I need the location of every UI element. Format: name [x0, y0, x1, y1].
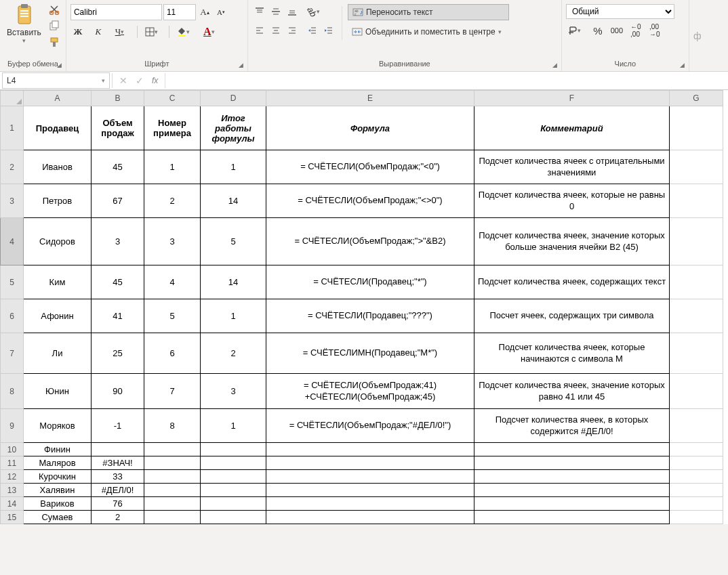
align-middle-button[interactable]	[268, 4, 283, 19]
merge-center-button[interactable]: Объединить и поместить в центре ▾	[348, 24, 509, 39]
row-header[interactable]: 5	[1, 265, 24, 299]
percent-button[interactable]: %	[590, 23, 605, 38]
row-header[interactable]: 15	[1, 511, 24, 524]
svg-rect-8	[52, 21, 58, 28]
group-alignment: ab▾ abc Переносить текст	[248, 0, 562, 71]
bold-button[interactable]: Ж	[70, 24, 85, 39]
name-box[interactable]: L4▾	[2, 72, 110, 89]
svg-rect-9	[51, 38, 58, 42]
formula-input[interactable]	[165, 73, 728, 88]
svg-rect-3	[20, 13, 28, 14]
decrease-font-button[interactable]: A▾	[214, 5, 228, 20]
decrease-indent-button[interactable]	[305, 23, 320, 38]
align-center-button[interactable]	[268, 23, 283, 38]
col-header[interactable]: D	[201, 91, 266, 106]
wrap-text-label: Переносить текст	[366, 7, 433, 17]
row-header[interactable]: 3	[1, 184, 24, 218]
svg-rect-14	[178, 35, 185, 37]
thousands-button[interactable]: 000	[609, 23, 624, 38]
cut-button[interactable]	[47, 2, 62, 17]
col-header[interactable]: C	[144, 91, 201, 106]
row-header[interactable]: 4	[1, 218, 24, 265]
borders-button[interactable]: ▾	[143, 24, 163, 39]
col-header[interactable]: E	[266, 91, 474, 106]
cancel-icon[interactable]: ✕	[119, 75, 127, 86]
number-launcher-icon[interactable]: ◢	[678, 60, 687, 70]
svg-rect-1	[21, 4, 28, 8]
row-header[interactable]: 9	[1, 409, 24, 443]
row-header[interactable]: 10	[1, 443, 24, 456]
merge-label: Объединить и поместить в центре	[365, 27, 496, 37]
align-left-button[interactable]	[252, 23, 267, 38]
wrap-text-button[interactable]: abc Переносить текст	[348, 4, 509, 20]
svg-rect-10	[53, 42, 56, 47]
paste-button[interactable]: Вставить ▾	[4, 2, 44, 45]
increase-font-button[interactable]: A▴	[197, 5, 212, 20]
group-clipboard: Вставить ▾ Буфер обмена ◢	[0, 0, 66, 71]
underline-button[interactable]: Ч▾	[111, 24, 132, 39]
col-header[interactable]: A	[24, 91, 92, 106]
clipboard-launcher-icon[interactable]: ◢	[55, 60, 64, 70]
row-header[interactable]: 6	[1, 299, 24, 333]
row-header[interactable]: 7	[1, 333, 24, 374]
fx-icon[interactable]: fx	[152, 76, 158, 85]
paste-label: Вставить	[7, 28, 41, 37]
alignment-launcher-icon[interactable]: ◢	[550, 60, 560, 70]
row-header[interactable]: 8	[1, 374, 24, 409]
font-group-label: Шрифт	[70, 58, 243, 69]
row-header[interactable]: 2	[1, 150, 24, 184]
row-header[interactable]: 14	[1, 497, 24, 511]
svg-rect-4	[20, 16, 28, 17]
row-header[interactable]: 1	[1, 106, 24, 150]
confirm-icon[interactable]: ✓	[136, 75, 144, 86]
font-launcher-icon[interactable]: ◢	[237, 60, 246, 70]
group-number: Общий ▾ % 000 ←0,00 ,00→0 Число ◢	[562, 0, 689, 71]
col-header[interactable]: F	[474, 91, 670, 106]
italic-button[interactable]: К	[91, 24, 106, 39]
font-color-button[interactable]: А▾	[201, 24, 221, 39]
number-format-select[interactable]: Общий	[566, 4, 674, 19]
group-font: A▴ A▾ Ж К Ч▾ ▾ ▾ А▾ Шрифт ◢	[66, 0, 248, 71]
align-top-button[interactable]	[252, 4, 267, 19]
currency-button[interactable]: ▾	[566, 23, 586, 38]
svg-rect-0	[18, 6, 31, 24]
decrease-decimal-button[interactable]: ,00→0	[647, 23, 662, 38]
align-bottom-button[interactable]	[285, 4, 300, 19]
formula-bar: L4▾ ✕ ✓ fx	[0, 72, 728, 90]
font-size-select[interactable]	[163, 4, 196, 20]
increase-indent-button[interactable]	[321, 23, 336, 38]
col-header[interactable]: B	[92, 91, 144, 106]
spreadsheet-grid[interactable]: ABCDEFG1ПродавецОбъем продажНомер пример…	[0, 90, 728, 524]
align-right-button[interactable]	[285, 23, 300, 38]
orientation-button[interactable]: ab▾	[305, 4, 325, 19]
copy-button[interactable]	[47, 18, 62, 33]
clipboard-label: Буфер обмена	[4, 58, 62, 69]
font-name-select[interactable]	[70, 4, 162, 20]
svg-rect-2	[20, 10, 28, 12]
row-header[interactable]: 12	[1, 470, 24, 484]
row-header[interactable]: 13	[1, 484, 24, 497]
format-painter-button[interactable]	[47, 35, 62, 49]
ribbon: Вставить ▾ Буфер обмена ◢ A▴ A▾ Ж К Ч	[0, 0, 728, 72]
increase-decimal-button[interactable]: ←0,00	[628, 23, 643, 38]
row-header[interactable]: 11	[1, 456, 24, 470]
col-header[interactable]: G	[670, 91, 723, 106]
alignment-group-label: Выравнивание	[252, 58, 557, 69]
number-group-label: Число	[566, 58, 685, 69]
fill-color-button[interactable]: ▾	[175, 24, 195, 39]
select-all-button[interactable]	[1, 91, 24, 106]
